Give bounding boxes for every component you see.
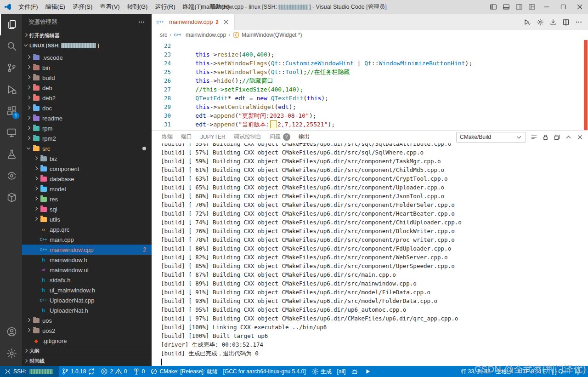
- panel-tab[interactable]: 调试控制台: [234, 131, 261, 143]
- panel-tab[interactable]: JUPYTER: [200, 131, 226, 143]
- tree-item-rpm[interactable]: rpm: [22, 123, 152, 133]
- tree-item-.vscode[interactable]: .vscode: [22, 52, 152, 63]
- activitybar-settings[interactable]: [0, 343, 22, 364]
- tree-item-uos2[interactable]: uos2: [22, 326, 152, 336]
- activitybar-extensions[interactable]: 1: [0, 100, 22, 122]
- tree-item-doc[interactable]: doc: [22, 103, 152, 113]
- toggle-panel-icon[interactable]: [500, 0, 513, 14]
- panel-tab[interactable]: 端口: [181, 131, 192, 143]
- install-button[interactable]: [549, 18, 557, 26]
- toggle-sidebar-icon[interactable]: [487, 0, 500, 14]
- activitybar-jupyter[interactable]: [0, 165, 22, 187]
- line-number: 26: [152, 76, 177, 85]
- tree-item-.gitignore[interactable]: ◆.gitignore: [22, 336, 152, 346]
- tree-item-UploaderNat.h[interactable]: hUploaderNat.h: [22, 305, 152, 315]
- section-workspace-root[interactable]: LINUX [SSH: ]: [22, 40, 152, 51]
- clear-output-icon[interactable]: [531, 134, 537, 141]
- status-remote[interactable]: SSH:: [0, 366, 59, 377]
- activitybar-source-control[interactable]: [0, 57, 22, 79]
- minimize-button[interactable]: [538, 0, 555, 14]
- close-button[interactable]: [571, 0, 588, 14]
- status-text: 生成: [321, 368, 332, 376]
- tree-item-app.qrc[interactable]: ‹›app.qrc: [22, 224, 152, 234]
- code-editor[interactable]: 2223 this->resize(400,400);24 this->setW…: [152, 40, 588, 130]
- output-console[interactable]: [build] [ 55%] Building CXX object CMake…: [152, 143, 588, 366]
- tab-close-icon[interactable]: [222, 18, 230, 26]
- activitybar-testing[interactable]: [0, 143, 22, 165]
- tree-item-database[interactable]: database: [22, 174, 152, 184]
- activitybar-remote-explorer[interactable]: [0, 122, 22, 143]
- split-editor-button[interactable]: [562, 18, 570, 26]
- section-open-editors[interactable]: 打开的编辑器: [22, 30, 152, 40]
- run-button[interactable]: [524, 18, 531, 26]
- tree-item-biz[interactable]: biz: [22, 154, 152, 164]
- tree-item-src[interactable]: src: [22, 143, 152, 154]
- tree-item-stdafx.h[interactable]: hstdafx.h: [22, 275, 152, 285]
- breadcrumb-item[interactable]: src: [160, 32, 167, 38]
- tree-item-sql[interactable]: sql: [22, 204, 152, 214]
- tree-item-label: build: [42, 74, 55, 81]
- close-panel-icon[interactable]: [577, 134, 583, 141]
- activitybar-containers[interactable]: [0, 187, 22, 208]
- menu-item[interactable]: 文件(F): [15, 0, 42, 14]
- more-actions-icon[interactable]: [138, 18, 145, 26]
- tree-item-uos[interactable]: uos: [22, 315, 152, 326]
- tree-item-bin[interactable]: bin: [22, 63, 152, 73]
- scroll-lock-icon[interactable]: [542, 134, 549, 141]
- section-timeline[interactable]: 时间线: [22, 356, 152, 366]
- maximize-button[interactable]: [555, 0, 571, 14]
- customize-layout-icon[interactable]: [526, 0, 538, 14]
- section-outline[interactable]: 大纲: [22, 346, 152, 356]
- activitybar-run-debug[interactable]: [0, 79, 22, 100]
- move-panel-icon[interactable]: [554, 134, 560, 141]
- more-button[interactable]: [575, 18, 582, 26]
- status-cmake-status[interactable]: CMake: [Release]: 就绪: [147, 366, 220, 377]
- status-launch[interactable]: [361, 366, 374, 377]
- panel-tab[interactable]: 问题2: [270, 131, 290, 143]
- tree-item-main.cpp[interactable]: C++main.cpp: [22, 234, 152, 245]
- tree-item-ui_mainwindow.h[interactable]: hui_mainwindow.h: [22, 285, 152, 295]
- tab-mainwindow-cpp[interactable]: C++ mainwindow.cpp 2: [152, 14, 235, 30]
- menu-item[interactable]: 转到(G): [124, 0, 152, 14]
- window-title: mainwindow.cpp - linux [SSH: ] - Visual …: [201, 3, 386, 11]
- menu-item[interactable]: 查看(V): [96, 0, 123, 14]
- status-ports[interactable]: 0: [130, 366, 148, 377]
- maximize-panel-icon[interactable]: [565, 134, 572, 141]
- status-debug[interactable]: [348, 366, 361, 377]
- tree-item-mainwindow.cpp[interactable]: C++mainwindow.cpp2: [22, 245, 152, 255]
- status-build[interactable]: 生成: [309, 366, 334, 377]
- tree-item-build[interactable]: build: [22, 73, 152, 83]
- gear-button[interactable]: [537, 18, 544, 26]
- menu-item[interactable]: 编辑(E): [42, 0, 69, 14]
- status-text: SSH:: [13, 368, 26, 375]
- tree-item-deb[interactable]: deb: [22, 83, 152, 93]
- tree-item-UploaderNat.cpp[interactable]: C++UploaderNat.cpp: [22, 295, 152, 305]
- tree-item-mainwindow.h[interactable]: hmainwindow.h: [22, 255, 152, 265]
- chevron-right-icon: [22, 32, 29, 39]
- status-build-target[interactable]: [all]: [334, 366, 349, 377]
- tree-item-component[interactable]: component: [22, 164, 152, 174]
- tree-item-deb2[interactable]: deb2: [22, 93, 152, 103]
- panel-tab[interactable]: 终端: [162, 131, 173, 143]
- tab-label: mainwindow.cpp: [169, 18, 213, 25]
- tree-item-res[interactable]: res: [22, 194, 152, 204]
- status-branch[interactable]: 1.0.18: [59, 366, 98, 377]
- activitybar-explorer[interactable]: [0, 14, 22, 35]
- tree-item-utils[interactable]: utils: [22, 214, 152, 224]
- editor-scrollbar[interactable]: [584, 40, 588, 130]
- tree-item-model[interactable]: model: [22, 184, 152, 194]
- menu-item[interactable]: 选择(S): [69, 0, 96, 14]
- output-channel-select[interactable]: CMake/Build: [456, 132, 526, 143]
- breadcrumb-item[interactable]: MainWindow(QWidget *): [232, 31, 302, 39]
- activitybar-account[interactable]: [0, 321, 22, 343]
- activitybar-search[interactable]: [0, 35, 22, 57]
- breadcrumb-item[interactable]: C++mainwindow.cpp: [174, 32, 226, 38]
- panel-tab[interactable]: 输出: [299, 131, 310, 143]
- toggle-secondary-sidebar-icon[interactable]: [513, 0, 526, 14]
- status-cmake-kit[interactable]: [GCC for aarch64-linux-gnu 5.4.0]: [220, 366, 309, 377]
- tree-item-mainwindow.ui[interactable]: uimainwindow.ui: [22, 265, 152, 275]
- tree-item-rpm2[interactable]: rpm2: [22, 133, 152, 143]
- menu-item[interactable]: 运行(R): [151, 0, 179, 14]
- status-problems[interactable]: 20: [98, 366, 130, 377]
- tree-item-readme[interactable]: readme: [22, 113, 152, 123]
